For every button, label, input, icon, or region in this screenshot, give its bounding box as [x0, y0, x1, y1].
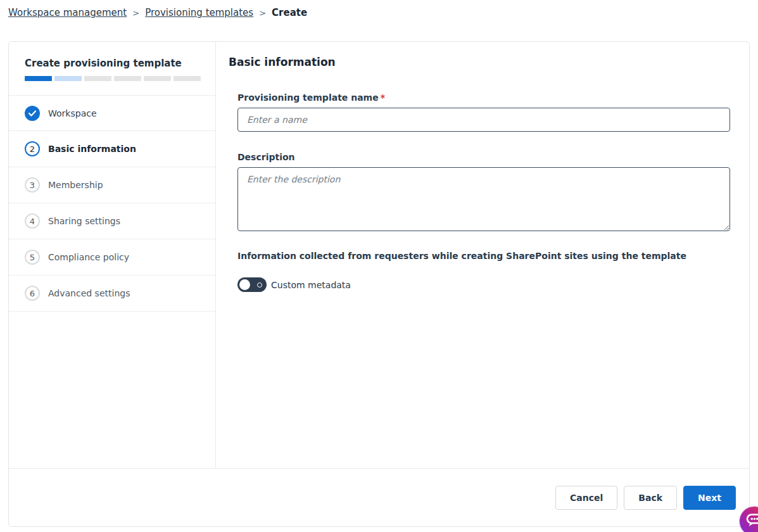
back-button[interactable]: Back: [624, 486, 677, 510]
wizard-title: Create provisioning template: [25, 57, 205, 70]
step-sharing-settings[interactable]: 4 Sharing settings: [9, 203, 215, 239]
progress-segment: [84, 76, 111, 81]
basic-information-form: Provisioning template name* Description …: [237, 92, 730, 292]
breadcrumb-current-create: Create: [272, 7, 307, 18]
step-number-badge: 5: [25, 250, 40, 265]
step-membership[interactable]: 3 Membership: [9, 167, 215, 203]
page-title: Basic information: [229, 56, 730, 68]
step-content-panel: Basic information Provisioning template …: [216, 42, 749, 468]
required-asterisk: *: [381, 92, 385, 103]
step-advanced-settings[interactable]: 6 Advanced settings: [9, 276, 215, 312]
template-name-label-text: Provisioning template name: [237, 92, 379, 103]
step-label: Membership: [48, 180, 103, 190]
create-template-card: Create provisioning template Workspace: [8, 41, 750, 527]
step-number-badge: 3: [25, 177, 40, 193]
requester-info-section-heading: Information collected from requesters wh…: [237, 251, 730, 261]
wizard-steps-list: Workspace 2 Basic information 3 Membersh…: [9, 95, 215, 312]
breadcrumb-workspace-management[interactable]: Workspace management: [8, 7, 127, 18]
wizard-sidebar-header: Create provisioning template: [9, 42, 215, 81]
progress-segment: [174, 76, 201, 81]
description-textarea[interactable]: [237, 167, 730, 231]
step-label: Compliance policy: [48, 252, 129, 262]
breadcrumb: Workspace management > Provisioning temp…: [8, 7, 307, 18]
chevron-right-icon: >: [132, 8, 139, 18]
breadcrumb-provisioning-templates[interactable]: Provisioning templates: [145, 7, 253, 18]
description-label: Description: [237, 152, 730, 162]
step-workspace[interactable]: Workspace: [9, 95, 215, 131]
wizard-progress-bar: [25, 76, 201, 81]
wizard-sidebar: Create provisioning template Workspace: [9, 42, 216, 468]
progress-segment: [144, 76, 171, 81]
toggle-off-indicator-icon: [257, 282, 262, 288]
progress-segment: [114, 76, 141, 81]
step-label: Basic information: [48, 144, 136, 154]
step-label: Workspace: [48, 108, 97, 118]
template-name-label: Provisioning template name*: [237, 92, 730, 103]
step-number-badge: 2: [25, 141, 40, 156]
custom-metadata-toggle-label: Custom metadata: [271, 280, 351, 290]
custom-metadata-toggle-row: Custom metadata: [237, 277, 730, 292]
template-name-input[interactable]: [237, 108, 730, 132]
step-label: Sharing settings: [48, 216, 120, 226]
step-number-badge: 4: [25, 213, 40, 229]
step-compliance-policy[interactable]: 5 Compliance policy: [9, 239, 215, 276]
step-number-badge: 6: [25, 286, 40, 301]
chat-bubble-icon: [746, 513, 758, 530]
wizard-footer: Cancel Back Next: [9, 468, 749, 526]
progress-segment: [54, 76, 82, 81]
next-button[interactable]: Next: [683, 486, 736, 510]
toggle-knob: [239, 279, 250, 290]
step-label: Advanced settings: [48, 288, 130, 298]
chevron-right-icon: >: [259, 8, 266, 18]
step-basic-information[interactable]: 2 Basic information: [9, 131, 215, 167]
card-body: Create provisioning template Workspace: [9, 42, 749, 468]
step-completed-check-icon: [25, 106, 40, 121]
cancel-button[interactable]: Cancel: [555, 486, 617, 510]
progress-segment: [25, 76, 52, 81]
custom-metadata-toggle[interactable]: [237, 277, 267, 292]
